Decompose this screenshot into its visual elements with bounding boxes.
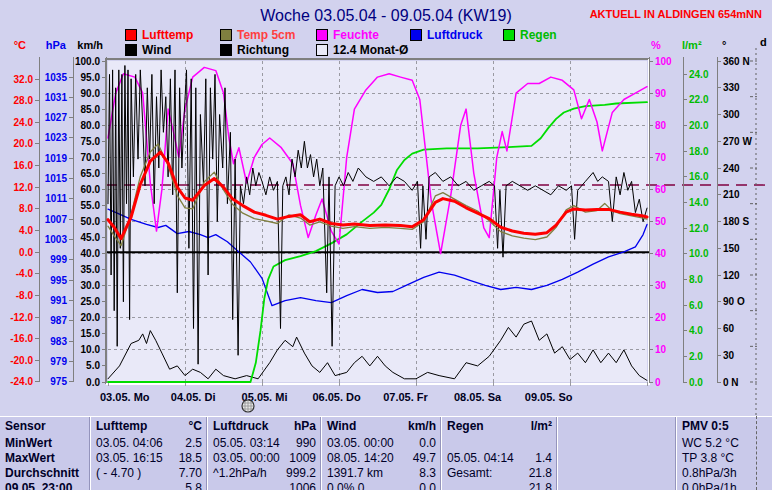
tick-label-degrees: 240 bbox=[723, 163, 740, 174]
tick-label-degrees: 150 bbox=[723, 243, 740, 254]
x-axis-label: 04.05. Di bbox=[171, 391, 216, 403]
table-cell: 0.8hPa/3h bbox=[676, 466, 772, 481]
cell-value: l/m² bbox=[531, 417, 552, 436]
cell-value: hPa bbox=[294, 417, 316, 436]
cell-value: °C bbox=[189, 417, 202, 436]
tick-label-hpa: 1007 bbox=[45, 214, 68, 225]
tick-label-celsius: -12.0 bbox=[10, 312, 33, 323]
table-cell: 0.0hPa/1h bbox=[676, 481, 772, 490]
cell-text: 03.05. 00:00 bbox=[327, 436, 394, 451]
unit-label-celsius: °C bbox=[14, 39, 26, 51]
table-cell: 0.0% 00.0 bbox=[321, 481, 441, 490]
row-label-text: MaxWert bbox=[5, 451, 55, 466]
cell-text: 03.05. 04:06 bbox=[96, 436, 163, 451]
tick-label-kmh: 90.0 bbox=[81, 88, 101, 99]
row-label-text: MinWert bbox=[5, 436, 52, 451]
tick-label-degrees: 330 bbox=[723, 82, 740, 93]
tick-label-rain: 22.0 bbox=[689, 94, 709, 105]
tick-label-hpa: 983 bbox=[50, 336, 67, 347]
cell-value: 8.3 bbox=[419, 466, 436, 481]
tick-label-percent: 100 bbox=[655, 56, 672, 67]
table-cell bbox=[441, 436, 557, 451]
tick-label-degrees: 270 W bbox=[723, 136, 752, 147]
table-cell bbox=[557, 451, 676, 466]
tick-label-celsius: 16.0 bbox=[14, 160, 34, 171]
tick-label-degrees: 90 O bbox=[723, 296, 745, 307]
cell-text: WC 5.2 °C bbox=[682, 436, 739, 451]
tick-label-hpa: 979 bbox=[50, 356, 67, 367]
row-label: 09.05. 23:00 bbox=[0, 481, 90, 490]
tick-label-kmh: 15.0 bbox=[81, 328, 101, 339]
tick-label-celsius: 0.0 bbox=[19, 247, 33, 258]
table-cell: 03.05. 00:001009 bbox=[207, 451, 321, 466]
tick-label-kmh: 55.0 bbox=[81, 200, 101, 211]
tick-label-percent: 40 bbox=[655, 248, 667, 259]
tick-label-rain: 20.0 bbox=[689, 120, 709, 131]
cell-value: 1006 bbox=[289, 481, 316, 490]
table-cell bbox=[557, 417, 676, 436]
table-row: 09.05. 23:005.810060.0% 00.021.80.0hPa/1… bbox=[0, 481, 772, 490]
tick-label-celsius: -8.0 bbox=[16, 290, 34, 301]
table-row: Durchschnitt( - 4.70 )7.70^1.2hPa/h999.2… bbox=[0, 466, 772, 481]
tick-label-rain: 2.0 bbox=[689, 351, 703, 362]
table-cell: Regenl/m² bbox=[441, 417, 557, 436]
tick-label-celsius: -20.0 bbox=[10, 355, 33, 366]
x-axis-label: 08.05. Sa bbox=[454, 391, 502, 403]
table-cell: PMV 0:5 bbox=[676, 417, 772, 436]
tick-label-kmh: 100.0 bbox=[75, 56, 100, 67]
table-cell: 05.05. 04:141.4 bbox=[441, 451, 557, 466]
tick-label-degrees: 30 bbox=[723, 350, 735, 361]
table-cell: 03.05. 16:1518.5 bbox=[90, 451, 207, 466]
tick-label-degrees: 60 bbox=[723, 323, 735, 334]
cell-text: PMV 0:5 bbox=[682, 417, 729, 436]
cell-text: 0.8hPa/3h bbox=[682, 466, 737, 481]
tick-label-kmh: 85.0 bbox=[81, 104, 101, 115]
cell-value: 7.70 bbox=[179, 466, 202, 481]
y-axis-hpa: 1035103110271023101910151011100710039999… bbox=[45, 57, 73, 387]
cell-text: Regen bbox=[447, 417, 484, 436]
tick-label-hpa: 987 bbox=[50, 315, 67, 326]
table-cell: Sensor bbox=[0, 417, 90, 436]
cell-value: 18.5 bbox=[179, 451, 202, 466]
cell-text: Luftdruck bbox=[213, 417, 268, 436]
tick-label-degrees: 120 bbox=[723, 270, 740, 281]
table-row: MaxWert03.05. 16:1518.503.05. 00:0010090… bbox=[0, 451, 772, 466]
cell-text: 03.05. 16:15 bbox=[96, 451, 163, 466]
y-axis-rain: 24.022.020.018.016.014.012.010.08.06.04.… bbox=[683, 57, 709, 388]
tick-label-kmh: 5.0 bbox=[86, 360, 100, 371]
x-axis-label: 07.05. Fr bbox=[383, 391, 428, 403]
tick-label-kmh: 60.0 bbox=[81, 184, 101, 195]
tick-label-percent: 0 bbox=[655, 377, 661, 388]
cell-value: 5.8 bbox=[185, 481, 202, 490]
table-cell: Windkm/h bbox=[321, 417, 441, 436]
cell-value: 999.2 bbox=[286, 466, 316, 481]
table-cell bbox=[557, 481, 676, 490]
tick-label-celsius: 8.0 bbox=[19, 203, 33, 214]
tick-label-kmh: 45.0 bbox=[81, 232, 101, 243]
row-label: MaxWert bbox=[0, 451, 90, 466]
moon-phase-icon bbox=[242, 400, 254, 412]
tick-label-percent: 80 bbox=[655, 120, 667, 131]
tick-label-rain: 14.0 bbox=[689, 197, 709, 208]
tick-label-kmh: 30.0 bbox=[81, 280, 101, 291]
weather-week-chart[interactable]: 32.028.024.020.016.012.08.04.00.0-4.0-8.… bbox=[0, 30, 772, 415]
cell-value: 990 bbox=[296, 436, 316, 451]
unit-label-hpa: hPa bbox=[46, 39, 67, 51]
row-label: Durchschnitt bbox=[0, 466, 90, 481]
unit-label-percent: % bbox=[651, 39, 661, 51]
weather-app-window: Woche 03.05.04 - 09.05.04 (KW19) AKTUELL… bbox=[0, 0, 772, 490]
right-edge-axis-dashes bbox=[756, 416, 757, 490]
tick-label-celsius: 20.0 bbox=[14, 138, 34, 149]
tick-label-degrees: 180 S bbox=[723, 216, 749, 227]
tick-label-rain: 16.0 bbox=[689, 171, 709, 182]
tick-label-kmh: 0.0 bbox=[86, 377, 100, 388]
tick-label-hpa: 1023 bbox=[45, 132, 68, 143]
tick-label-rain: 24.0 bbox=[689, 69, 709, 80]
x-axis-label: 06.05. Do bbox=[312, 391, 361, 403]
table-cell: 1391.7 km8.3 bbox=[321, 466, 441, 481]
table-cell: 08.05. 14:2049.7 bbox=[321, 451, 441, 466]
tick-label-hpa: 991 bbox=[50, 295, 67, 306]
tick-label-celsius: -4.0 bbox=[16, 268, 34, 279]
right-edge-axis bbox=[750, 48, 757, 415]
tick-label-hpa: 1011 bbox=[45, 193, 67, 204]
